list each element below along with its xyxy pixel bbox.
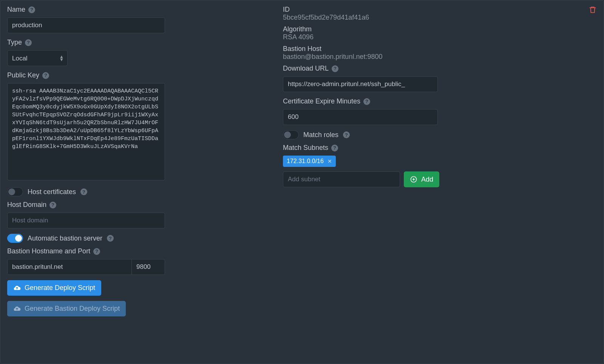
help-icon[interactable]: ? (343, 131, 350, 138)
help-icon[interactable]: ? (49, 202, 56, 208)
expire-input[interactable] (283, 109, 438, 125)
generate-bastion-deploy-label: Generate Bastion Deploy Script (25, 305, 120, 313)
help-icon[interactable]: ? (363, 98, 370, 105)
add-button-label: Add (421, 176, 433, 184)
auto-bastion-label: Automatic bastion server (28, 234, 102, 242)
help-icon[interactable]: ? (42, 72, 49, 79)
subnet-tag-label: 172.31.0.0/16 (287, 158, 324, 165)
id-value: 5bce95cf5bd2e79d41af41a6 (283, 14, 597, 22)
subnet-tag[interactable]: 172.31.0.0/16 ✕ (283, 156, 336, 167)
help-icon[interactable]: ? (332, 65, 338, 72)
bastion-host-label: Bastion Host (283, 45, 597, 53)
match-roles-toggle[interactable] (283, 130, 299, 139)
algorithm-label: Algorithm (283, 25, 597, 33)
help-icon[interactable]: ? (28, 6, 35, 13)
bastion-host-value: bastion@bastion.pritunl.net:9800 (283, 53, 597, 61)
help-icon[interactable]: ? (80, 188, 87, 195)
expire-label: Certificate Expire Minutes (283, 97, 360, 105)
host-domain-label: Host Domain (7, 201, 46, 209)
host-certificates-toggle[interactable] (7, 187, 23, 196)
plus-circle-icon (410, 176, 417, 183)
bastion-port-input[interactable] (132, 259, 165, 275)
cloud-upload-icon (13, 305, 21, 313)
algorithm-value: RSA 4096 (283, 33, 597, 41)
type-label: Type (7, 39, 22, 46)
close-icon[interactable]: ✕ (327, 158, 332, 164)
bastion-host-input[interactable] (7, 259, 132, 275)
help-icon[interactable]: ? (107, 235, 114, 242)
name-label: Name (7, 6, 25, 14)
authority-panel: Name ? Type ? Local ▲▼ (0, 0, 604, 364)
public-key-label: Public Key (7, 71, 39, 79)
public-key-textarea[interactable]: ssh-rsa AAAAB3NzaC1yc2EAAAADAQABAAACAQCl… (7, 83, 165, 180)
help-icon[interactable]: ? (25, 39, 32, 46)
download-url-label: Download URL (283, 65, 329, 72)
generate-deploy-label: Generate Deploy Script (25, 284, 95, 292)
id-label: ID (283, 6, 597, 14)
auto-bastion-toggle[interactable] (7, 234, 23, 243)
match-roles-label: Match roles (303, 131, 338, 139)
name-input[interactable] (7, 17, 165, 33)
add-subnet-input[interactable] (283, 171, 400, 187)
generate-bastion-deploy-button[interactable]: Generate Bastion Deploy Script (7, 301, 126, 316)
generate-deploy-button[interactable]: Generate Deploy Script (7, 280, 101, 296)
type-select[interactable]: Local (7, 50, 68, 66)
help-icon[interactable]: ? (93, 248, 100, 255)
delete-button[interactable] (589, 6, 597, 14)
host-domain-input[interactable] (7, 213, 165, 228)
right-column: ID 5bce95cf5bd2e79d41af41a6 Algorithm RS… (283, 6, 597, 316)
host-certificates-label: Host certificates (28, 188, 76, 196)
help-icon[interactable]: ? (331, 145, 338, 151)
match-subnets-label: Match Subnets (283, 144, 328, 152)
left-column: Name ? Type ? Local ▲▼ (7, 6, 268, 316)
cloud-upload-icon (13, 284, 21, 292)
download-url-input[interactable] (283, 76, 438, 92)
bastion-hp-label: Bastion Hostname and Port (7, 247, 90, 255)
add-subnet-button[interactable]: Add (404, 171, 439, 187)
